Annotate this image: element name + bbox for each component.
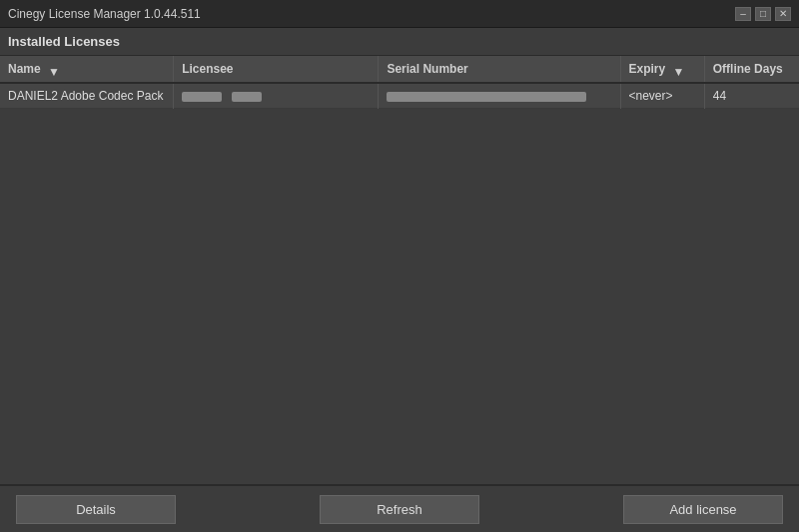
col-header-serial: Serial Number xyxy=(379,56,620,83)
cell-expiry: <never> xyxy=(620,83,704,109)
content-area: Name ▼ Licensee Serial Number Expiry ▼ xyxy=(0,56,799,484)
footer: Details Refresh Add license xyxy=(0,484,799,532)
add-license-button[interactable]: Add license xyxy=(623,495,783,524)
col-header-expiry[interactable]: Expiry ▼ xyxy=(620,56,704,83)
col-header-licensee: Licensee xyxy=(174,56,379,83)
licenses-table: Name ▼ Licensee Serial Number Expiry ▼ xyxy=(0,56,799,109)
col-header-offline-days: Offline Days xyxy=(704,56,799,83)
window-title: Cinegy License Manager 1.0.44.511 xyxy=(8,7,201,21)
serial-redacted xyxy=(387,92,586,102)
col-header-name[interactable]: Name ▼ xyxy=(0,56,174,83)
cell-licensee xyxy=(174,83,379,109)
section-header: Installed Licenses xyxy=(0,28,799,56)
maximize-button[interactable]: □ xyxy=(755,7,771,21)
window-controls: – □ ✕ xyxy=(735,7,791,21)
name-filter-icon[interactable]: ▼ xyxy=(48,65,58,75)
details-button[interactable]: Details xyxy=(16,495,176,524)
minimize-button[interactable]: – xyxy=(735,7,751,21)
table-header: Name ▼ Licensee Serial Number Expiry ▼ xyxy=(0,56,799,83)
refresh-button[interactable]: Refresh xyxy=(320,495,479,524)
table-body: DANIEL2 Adobe Codec Pack <never> 44 xyxy=(0,83,799,109)
cell-name: DANIEL2 Adobe Codec Pack xyxy=(0,83,174,109)
licensee-redacted-2 xyxy=(232,92,262,102)
table-row[interactable]: DANIEL2 Adobe Codec Pack <never> 44 xyxy=(0,83,799,109)
main-content: Installed Licenses Name ▼ Licensee Seria… xyxy=(0,28,799,532)
title-bar: Cinegy License Manager 1.0.44.511 – □ ✕ xyxy=(0,0,799,28)
cell-offline-days: 44 xyxy=(704,83,799,109)
cell-serial xyxy=(379,83,620,109)
expiry-filter-icon[interactable]: ▼ xyxy=(673,65,683,75)
licensee-redacted-1 xyxy=(182,92,222,102)
table-container: Name ▼ Licensee Serial Number Expiry ▼ xyxy=(0,56,799,484)
close-button[interactable]: ✕ xyxy=(775,7,791,21)
